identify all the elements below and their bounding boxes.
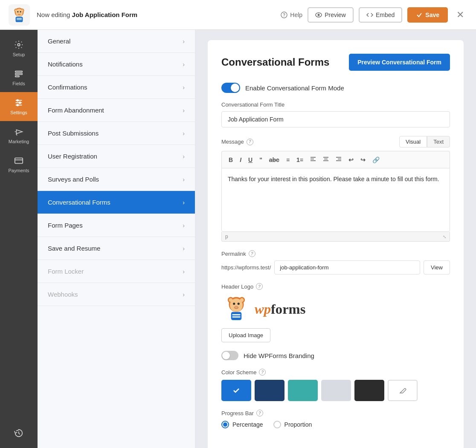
nav-item-user-registration[interactable]: User Registration ›	[38, 145, 195, 168]
permalink-help-icon[interactable]: ?	[249, 250, 255, 257]
svg-point-24	[17, 104, 18, 106]
nav-item-webhooks[interactable]: Webhooks ›	[38, 283, 195, 306]
permalink-label: Permalink ?	[221, 250, 450, 257]
nav-label-conversational-forms: Conversational Forms	[48, 199, 110, 206]
wpforms-bear-logo	[221, 293, 251, 323]
undo-button[interactable]: ↩	[346, 155, 356, 165]
view-button[interactable]: View	[424, 260, 450, 275]
color-swatch-light[interactable]	[321, 380, 351, 401]
nav-item-general[interactable]: General ›	[38, 30, 195, 53]
payments-label: Payments	[9, 168, 29, 173]
chevron-icon: ›	[183, 291, 185, 298]
embed-button[interactable]: Embed	[359, 7, 402, 23]
sidebar-item-fields[interactable]: Fields	[0, 63, 38, 92]
code-icon	[366, 12, 373, 18]
nav-item-post-submissions[interactable]: Post Submissions ›	[38, 122, 195, 145]
svg-rect-25	[15, 158, 23, 164]
enable-toggle-label: Enable Conversational Form Mode	[245, 84, 344, 92]
progress-bar-field: Progress Bar ? Percentage Proportion	[221, 410, 450, 428]
sidebar-item-marketing[interactable]: Marketing	[0, 121, 38, 150]
nav-item-conversational-forms[interactable]: Conversational Forms ›	[38, 191, 195, 214]
hide-branding-toggle[interactable]	[221, 351, 238, 360]
align-center-icon	[323, 156, 329, 162]
nav-item-save-resume[interactable]: Save and Resume ›	[38, 237, 195, 260]
ordered-list-button[interactable]: 1≡	[294, 155, 306, 165]
nav-item-form-locker[interactable]: Form Locker ›	[38, 260, 195, 283]
editor-footer-tag: p	[225, 234, 228, 240]
strikethrough-button[interactable]: abc	[267, 155, 282, 165]
chevron-icon: ›	[183, 130, 185, 137]
sidebar-item-payments[interactable]: Payments	[0, 150, 38, 179]
nav-label-form-abandonment: Form Abandonment	[48, 107, 104, 114]
redo-button[interactable]: ↪	[358, 155, 368, 165]
svg-rect-49	[232, 316, 240, 318]
close-button[interactable]: ✕	[453, 8, 467, 22]
header-logo-label: Header Logo ?	[221, 283, 450, 290]
progress-options-row: Percentage Proportion	[221, 421, 450, 428]
enable-toggle[interactable]	[221, 83, 240, 93]
toggle-knob	[231, 84, 239, 92]
nav-label-form-locker: Form Locker	[48, 268, 84, 275]
page-title: Conversational Forms	[221, 56, 329, 68]
nav-item-notifications[interactable]: Notifications ›	[38, 53, 195, 76]
nav-item-confirmations[interactable]: Confirmations ›	[38, 76, 195, 99]
color-swatch-teal[interactable]	[288, 380, 318, 401]
message-help-icon[interactable]: ?	[247, 139, 253, 145]
link-button[interactable]: 🔗	[370, 155, 382, 165]
toggle-sm-knob	[222, 352, 230, 359]
chevron-icon: ›	[183, 107, 185, 114]
color-swatch-dark[interactable]	[354, 380, 384, 401]
bold-button[interactable]: B	[226, 155, 235, 165]
nav-label-user-registration: User Registration	[48, 153, 97, 160]
blockquote-button[interactable]: "	[257, 155, 265, 165]
text-tab[interactable]: Text	[427, 136, 450, 147]
align-right-button[interactable]	[333, 155, 344, 165]
eyedropper-icon	[399, 387, 406, 394]
color-scheme-label: Color Scheme ?	[221, 369, 450, 376]
unordered-list-button[interactable]: ≡	[284, 155, 292, 165]
proportion-option[interactable]: Proportion	[273, 421, 312, 428]
editor-content[interactable]: Thanks for your interest in this positio…	[221, 168, 450, 232]
header-logo-help-icon[interactable]: ?	[256, 283, 263, 290]
preview-conversational-form-button[interactable]: Preview Conversational Form	[349, 54, 450, 71]
proportion-radio[interactable]	[273, 421, 281, 428]
main-layout: Setup Fields Settings Marketing Payments…	[0, 30, 476, 448]
nav-item-form-pages[interactable]: Form Pages ›	[38, 214, 195, 237]
progress-bar-help-icon[interactable]: ?	[256, 410, 263, 416]
header-logo-field: Header Logo ?	[221, 283, 450, 342]
nav-item-surveys-polls[interactable]: Surveys and Polls ›	[38, 168, 195, 191]
message-label: Message ?	[221, 139, 253, 145]
color-swatch-blue[interactable]	[221, 380, 251, 401]
svg-rect-18	[15, 76, 19, 77]
chevron-icon: ›	[183, 245, 185, 252]
save-button[interactable]: Save	[407, 7, 448, 23]
help-button[interactable]: ? Help	[281, 12, 302, 18]
progress-bar-label: Progress Bar ?	[221, 410, 450, 416]
color-swatch-navy[interactable]	[255, 380, 284, 401]
sidebar-item-setup[interactable]: Setup	[0, 34, 38, 63]
align-center-button[interactable]	[320, 155, 331, 165]
percentage-radio[interactable]	[221, 421, 229, 428]
visual-tab[interactable]: Visual	[399, 136, 427, 147]
color-scheme-help-icon[interactable]: ?	[259, 369, 266, 376]
italic-button[interactable]: I	[237, 155, 244, 165]
underline-button[interactable]: U	[246, 155, 255, 165]
preview-button[interactable]: Preview	[308, 7, 354, 23]
align-right-icon	[336, 156, 342, 162]
history-button[interactable]	[0, 422, 38, 444]
resize-handle: ⤡	[443, 234, 446, 239]
nav-item-form-abandonment[interactable]: Form Abandonment ›	[38, 99, 195, 122]
percentage-option[interactable]: Percentage	[221, 421, 263, 428]
nav-label-form-pages: Form Pages	[48, 222, 83, 229]
check-icon	[416, 12, 423, 18]
hide-branding-label: Hide WPForms Branding	[244, 352, 314, 359]
sidebar-item-settings[interactable]: Settings	[0, 92, 38, 121]
align-left-button[interactable]	[308, 155, 319, 165]
color-swatch-custom[interactable]	[388, 380, 418, 401]
upload-image-button[interactable]: Upload Image	[221, 328, 270, 342]
eye-icon	[315, 12, 322, 18]
permalink-input[interactable]	[274, 260, 420, 275]
svg-point-15	[17, 43, 20, 46]
form-title-input[interactable]	[221, 111, 450, 127]
svg-rect-47	[231, 312, 242, 320]
